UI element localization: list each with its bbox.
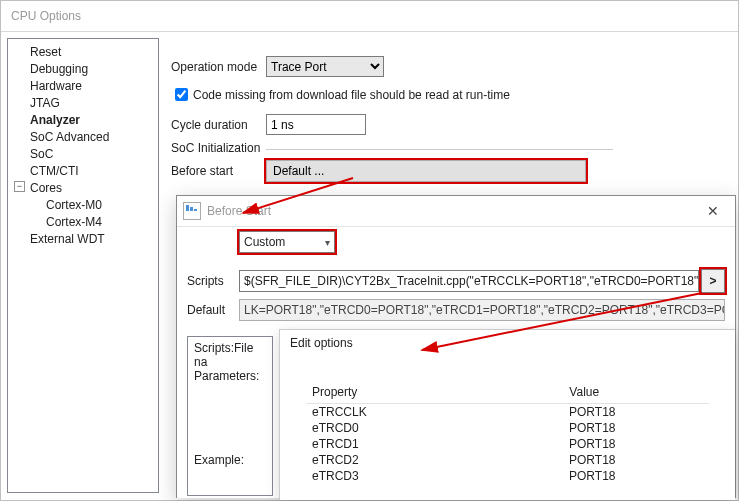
cycle-duration-label: Cycle duration — [171, 118, 266, 132]
scripts-input[interactable]: $(SFR_FILE_DIR)\CYT2Bx_TraceInit.cpp("eT… — [239, 270, 699, 292]
chevron-down-icon: ▾ — [325, 237, 330, 248]
window-titlebar: CPU Options — [1, 1, 738, 32]
table-row[interactable]: eTRCD0PORT18 — [306, 420, 709, 436]
edit-options-table: Property Value eTRCCLKPORT18 eTRCD0PORT1… — [306, 381, 709, 484]
scripts-label: Scripts — [187, 274, 239, 288]
dialog-titlebar: Before Start ✕ — [177, 196, 735, 227]
info-panel: Scripts:File na Parameters: Example: — [187, 336, 273, 496]
code-missing-checkbox[interactable] — [175, 88, 188, 101]
minus-icon[interactable]: − — [14, 181, 25, 192]
table-row[interactable]: eTRCD2PORT18 — [306, 452, 709, 468]
sidebar-item-cores[interactable]: − Cores — [8, 179, 158, 196]
window-title: CPU Options — [11, 9, 81, 23]
table-row[interactable]: eTRCD3PORT18 — [306, 468, 709, 484]
sidebar-item-soc[interactable]: SoC — [8, 145, 158, 162]
sidebar-label: External WDT — [30, 232, 105, 246]
sidebar-item-jtag[interactable]: JTAG — [8, 94, 158, 111]
code-missing-label[interactable]: Code missing from download file should b… — [193, 88, 510, 102]
table-header: Property Value — [306, 381, 709, 404]
col-value: Value — [563, 381, 709, 403]
operation-mode-select[interactable]: Trace Port — [266, 56, 384, 77]
sidebar-item-cortex-m4[interactable]: Cortex-M4 — [8, 213, 158, 230]
info-line: Parameters: — [194, 369, 266, 383]
sidebar-label: Cores — [30, 181, 62, 195]
sidebar-label: Analyzer — [30, 113, 80, 127]
close-icon[interactable]: ✕ — [691, 197, 735, 226]
edit-options-title: Edit options — [280, 330, 735, 356]
sidebar-label: Debugging — [30, 62, 88, 76]
sidebar-label: Cortex-M4 — [46, 215, 102, 229]
sidebar-item-soc-advanced[interactable]: SoC Advanced — [8, 128, 158, 145]
sidebar-item-debugging[interactable]: Debugging — [8, 60, 158, 77]
expand-scripts-button[interactable]: > — [701, 269, 725, 293]
table-row[interactable]: eTRCD1PORT18 — [306, 436, 709, 452]
info-line: Scripts:File na — [194, 341, 266, 369]
app-icon — [183, 202, 201, 220]
sidebar-label: JTAG — [30, 96, 60, 110]
soc-init-label: SoC Initialization — [171, 141, 266, 155]
sidebar-item-reset[interactable]: Reset — [8, 43, 158, 60]
before-start-dialog: Before Start ✕ Custom ▾ Scripts $(SFR_FI… — [176, 195, 736, 498]
table-row[interactable]: eTRCCLKPORT18 — [306, 404, 709, 420]
sidebar-label: SoC — [30, 147, 53, 161]
sidebar-label: CTM/CTI — [30, 164, 79, 178]
dialog-title: Before Start — [207, 204, 271, 218]
cycle-duration-input[interactable] — [266, 114, 366, 135]
col-property: Property — [306, 381, 563, 403]
edit-options-panel: Edit options Property Value eTRCCLKPORT1… — [279, 329, 735, 500]
sidebar-item-external-wdt[interactable]: External WDT — [8, 230, 158, 247]
sidebar-label: Reset — [30, 45, 61, 59]
sidebar-item-analyzer[interactable]: Analyzer — [8, 111, 158, 128]
init-type-select[interactable]: Custom ▾ — [239, 231, 335, 253]
sidebar-item-ctm-cti[interactable]: CTM/CTI — [8, 162, 158, 179]
sidebar-label: Hardware — [30, 79, 82, 93]
sidebar-item-cortex-m0[interactable]: Cortex-M0 — [8, 196, 158, 213]
sidebar-item-hardware[interactable]: Hardware — [8, 77, 158, 94]
default-label: Default — [187, 303, 239, 317]
options-tree: Reset Debugging Hardware JTAG Analyzer S… — [7, 38, 159, 493]
sidebar-label: SoC Advanced — [30, 130, 109, 144]
dialog-body: Custom ▾ Scripts $(SFR_FILE_DIR)\CYT2Bx_… — [187, 231, 735, 498]
init-type-value: Custom — [244, 235, 285, 249]
sidebar-label: Cortex-M0 — [46, 198, 102, 212]
default-line: LK=PORT18","eTRCD0=PORT18","eTRCD1=PORT1… — [239, 299, 725, 321]
info-line: Example: — [194, 453, 266, 467]
operation-mode-label: Operation mode — [171, 60, 266, 74]
before-start-label: Before start — [171, 164, 266, 178]
